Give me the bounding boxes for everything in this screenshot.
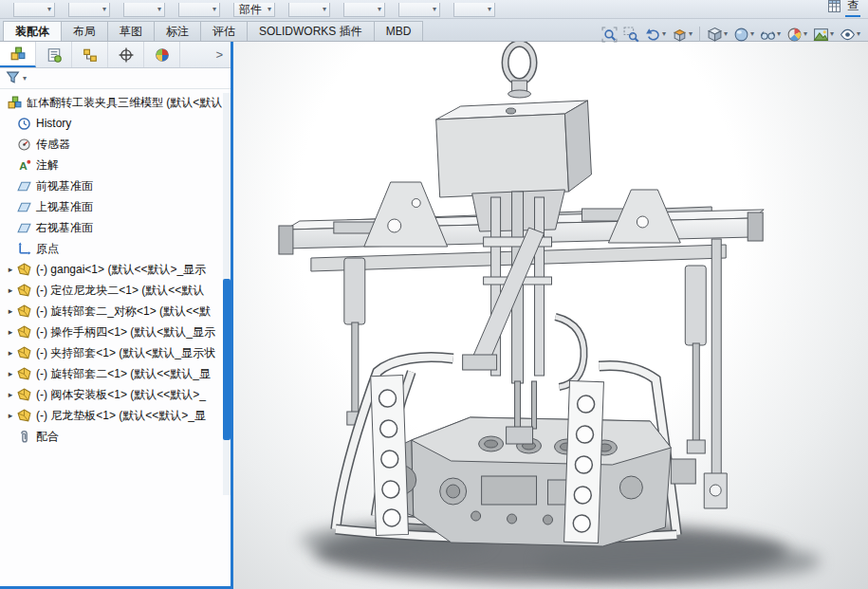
tree-item-7[interactable]: 原点: [4, 238, 231, 259]
apply-scene-icon[interactable]: ▾: [811, 26, 836, 44]
toolbar-dropdown[interactable]: ▾: [68, 3, 110, 17]
dropdown-caret[interactable]: ▾: [857, 30, 860, 38]
plane-icon: [17, 200, 33, 214]
dropdown-caret[interactable]: ▾: [750, 30, 754, 38]
tree-item-label: (-) 旋转部套二_对称<1> (默认<<默: [33, 304, 211, 320]
tree-item-label: 前视基准面: [33, 178, 93, 194]
solidworks-window: ▾ ▾ ▾ ▾ 部件 ▾ ▾ ▾ ▾ ▾ 查 装配体布局草图标注评估SOLIDW…: [0, 0, 868, 589]
tree-item-label: 右视基准面: [33, 220, 93, 236]
tree-item-4[interactable]: 前视基准面: [4, 175, 231, 196]
tree-item-label: 上视基准面: [33, 199, 93, 215]
toolbar-dropdown[interactable]: ▾: [453, 3, 495, 17]
tree-item-label: (-) 旋转部套二<1> (默认<<默认_显: [33, 366, 211, 382]
tree-item-label: 原点: [33, 241, 59, 257]
expander-icon[interactable]: ▸: [4, 265, 17, 274]
section-view-icon[interactable]: ▾: [670, 26, 694, 44]
chevron-down-icon: ▾: [378, 6, 381, 13]
table-icon[interactable]: [828, 0, 840, 15]
tree-item-16[interactable]: 配合: [4, 426, 231, 447]
tree-item-10[interactable]: ▸(-) 旋转部套二_对称<1> (默认<<默: [4, 301, 231, 322]
expander-icon[interactable]: ▸: [4, 306, 17, 316]
dropdown-caret[interactable]: ▾: [724, 30, 728, 38]
tab-evaluate[interactable]: 评估: [200, 21, 248, 41]
tree-item-6[interactable]: 右视基准面: [4, 217, 231, 238]
tree-item-14[interactable]: ▸(-) 阀体安装板<1> (默认<<默认>_: [4, 384, 231, 405]
feature-tree: 缸体翻转工装夹具三维模型 (默认<默认History传感器A注解前视基准面上视基…: [0, 89, 231, 447]
tab-sketch[interactable]: 草图: [107, 21, 155, 41]
edit-appearance-icon[interactable]: ▾: [785, 26, 809, 44]
dropdown-caret[interactable]: ▾: [662, 30, 666, 38]
part-icon: [17, 325, 33, 340]
panel-tab-dimxpertmanager[interactable]: [108, 42, 144, 67]
panel-tab-configurationmanager[interactable]: [72, 42, 108, 67]
tree-item-0[interactable]: 缸体翻转工装夹具三维模型 (默认<默认: [4, 92, 231, 113]
filter-row: ▾: [0, 68, 231, 89]
view-settings-icon[interactable]: ▾: [838, 26, 862, 44]
panel-scrollbar[interactable]: [223, 93, 231, 495]
tab-solidworks-addins[interactable]: SOLIDWORKS 插件: [247, 21, 375, 41]
tab-assembly[interactable]: 装配体: [3, 21, 62, 41]
chevron-down-icon: ▾: [212, 6, 216, 13]
graphics-area[interactable]: [233, 42, 868, 589]
toolbar-dropdown[interactable]: ▾: [398, 3, 440, 17]
view-orientation-icon[interactable]: ▾: [705, 26, 729, 44]
main-area: > ▾ 缸体翻转工装夹具三维模型 (默认<默认History传感器A注解前视基准…: [0, 42, 868, 589]
tree-item-5[interactable]: 上视基准面: [4, 196, 231, 217]
tab-markup[interactable]: 标注: [154, 21, 201, 41]
expander-icon[interactable]: ▸: [4, 390, 17, 399]
chevron-down-icon: ▾: [102, 6, 106, 13]
filter-funnel-icon[interactable]: [6, 70, 20, 87]
toolbar-dropdown[interactable]: ▾: [343, 3, 385, 17]
toolbar-dropdown[interactable]: ▾: [13, 3, 55, 17]
cylinder-block-fixture-model[interactable]: [233, 42, 868, 589]
panel-tab-displaymanager[interactable]: [144, 42, 180, 67]
expander-icon[interactable]: ▸: [4, 327, 17, 337]
feature-manager-panel: > ▾ 缸体翻转工装夹具三维模型 (默认<默认History传感器A注解前视基准…: [0, 42, 231, 589]
tree-item-1[interactable]: History: [4, 113, 231, 134]
dropdown-caret[interactable]: ▾: [830, 30, 834, 38]
toolbar-dropdown[interactable]: ▾: [178, 3, 220, 17]
part-icon: [17, 284, 33, 298]
zoom-fit-icon[interactable]: [600, 26, 619, 44]
zoom-area-icon[interactable]: [621, 26, 641, 44]
plane-icon: [17, 179, 33, 193]
tree-item-label: 注解: [33, 157, 59, 174]
chevron-down-icon[interactable]: ▾: [23, 75, 27, 83]
previous-view-icon[interactable]: ▾: [643, 26, 668, 44]
toolbar-dropdown[interactable]: ▾: [288, 3, 330, 17]
tree-item-2[interactable]: 传感器: [4, 134, 231, 155]
tab-mbd[interactable]: MBD: [374, 21, 424, 41]
tree-item-12[interactable]: ▸(-) 夹持部套<1> (默认<默认_显示状: [4, 342, 231, 363]
tree-item-11[interactable]: ▸(-) 操作手柄四<1> (默认<默认_显示: [4, 322, 231, 342]
tree-item-3[interactable]: A注解: [4, 155, 231, 175]
expander-icon[interactable]: ▸: [4, 411, 17, 420]
tree-item-9[interactable]: ▸(-) 定位尼龙块二<1> (默认<<默认: [4, 280, 231, 301]
panel-tab-featuremanager[interactable]: [0, 42, 36, 67]
part-icon: [17, 388, 33, 402]
display-style-icon[interactable]: ▾: [731, 26, 756, 44]
view-menu-label[interactable]: 查: [845, 0, 860, 17]
annotations-icon: A: [17, 158, 33, 173]
expander-icon[interactable]: ▸: [4, 348, 17, 358]
expander-icon[interactable]: ▸: [4, 285, 17, 295]
dropdown-caret[interactable]: ▾: [689, 30, 693, 38]
tree-item-8[interactable]: ▸(-) gangai<1> (默认<<默认>_显示: [4, 259, 231, 280]
dropdown-caret[interactable]: ▾: [777, 30, 781, 38]
dropdown-caret[interactable]: ▾: [803, 30, 807, 38]
tree-item-15[interactable]: ▸(-) 尼龙垫板<1> (默认<<默认>_显: [4, 405, 231, 426]
top-right-tools: 查: [828, 0, 862, 17]
tab-layout[interactable]: 布局: [61, 21, 108, 41]
panel-flyout-chevron[interactable]: >: [208, 42, 231, 67]
tree-item-label: (-) 夹持部套<1> (默认<默认_显示状: [33, 345, 215, 361]
sensors-icon: [17, 138, 33, 152]
expander-icon[interactable]: ▸: [4, 369, 17, 378]
panel-tab-propertymanager[interactable]: [36, 42, 72, 67]
hide-show-items-icon[interactable]: ▾: [758, 26, 783, 44]
tree-item-label: 配合: [33, 429, 59, 445]
toolbar-dropdown[interactable]: ▾: [123, 3, 165, 17]
top-toolbar: ▾ ▾ ▾ ▾ 部件 ▾ ▾ ▾ ▾ ▾ 查: [0, 0, 868, 19]
mates-icon: [17, 430, 33, 444]
scrollbar-thumb[interactable]: [223, 279, 231, 440]
tree-item-13[interactable]: ▸(-) 旋转部套二<1> (默认<<默认_显: [4, 363, 231, 384]
parts-dropdown[interactable]: 部件 ▾: [233, 3, 275, 17]
